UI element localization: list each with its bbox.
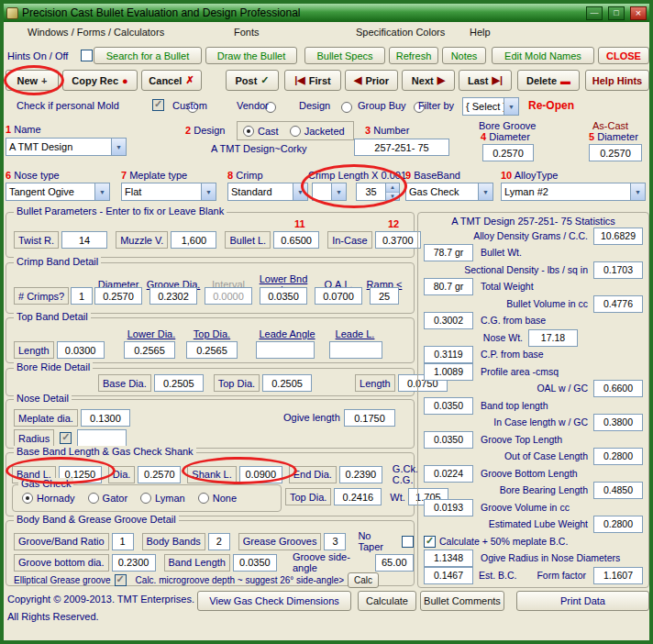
maximize-button[interactable]: □ [608, 6, 625, 20]
form-factor-field[interactable]: 1.1607 [593, 567, 643, 584]
refresh-button[interactable]: Refresh [389, 47, 438, 64]
profile-area-field[interactable]: 1.0089 [424, 363, 473, 381]
calc-microgroove-button[interactable]: Calc [348, 572, 379, 588]
top-band-length-field[interactable]: 0.0300 [57, 341, 105, 359]
crimp-length-spinner[interactable]: 35 ▲ ▼ [356, 183, 400, 201]
minimize-button[interactable]: — [586, 6, 603, 20]
menu-windows-forms-calculators[interactable]: Windows / Forms / Calculators [28, 27, 164, 38]
first-record-button[interactable]: |◀ First [284, 70, 341, 91]
bore-ride-top-field[interactable]: 0.2505 [262, 374, 312, 392]
groove-band-ratio-field[interactable]: 1 [112, 533, 134, 550]
draw-bullet-button[interactable]: Draw the Bullet [205, 47, 297, 64]
bullet-specs-button[interactable]: Bullet Specs [304, 47, 385, 64]
name-dropdown[interactable]: A TMT Design ▼ [6, 138, 127, 156]
crimp-dropdown[interactable]: Standard ▼ [227, 183, 308, 201]
as-cast-diameter-field[interactable]: 0.2570 [589, 144, 642, 161]
num-crimps-field[interactable]: 1 [71, 287, 93, 305]
leade-angle-field[interactable] [256, 341, 315, 359]
bullet-volume-field[interactable]: 0.4776 [593, 295, 643, 313]
cast-radio[interactable] [243, 126, 254, 137]
personal-mold-checkbox[interactable] [152, 99, 164, 111]
prior-record-button[interactable]: ◀ Prior [345, 70, 398, 91]
groove-bottom-dia-field[interactable]: 0.2300 [112, 554, 156, 572]
crimp-interval-field[interactable]: 0.0000 [205, 287, 252, 305]
menu-help[interactable]: Help [470, 27, 491, 38]
calc-meplate-checkbox[interactable] [424, 536, 436, 548]
bullet-comments-button[interactable]: Bullet Comments [420, 591, 504, 611]
alloy-type-dropdown[interactable]: Lyman #2 ▼ [501, 183, 646, 201]
baseband-dropdown[interactable]: Gas Check ▼ [405, 183, 493, 201]
filter-dropdown[interactable]: { Select } ▼ [462, 97, 519, 116]
new-record-button[interactable]: New + [6, 70, 59, 91]
copy-record-button[interactable]: Copy Rec ● [62, 70, 138, 91]
lube-weight-field[interactable]: 0.2800 [593, 516, 643, 533]
oal-gc-field[interactable]: 0.6600 [593, 380, 643, 397]
grease-grooves-field[interactable]: 3 [324, 533, 346, 550]
jacketed-radio[interactable] [290, 126, 301, 137]
bullet-length-field[interactable]: 0.6500 [273, 231, 319, 249]
leade-l-field[interactable] [329, 341, 382, 359]
top-band-top-dia-field[interactable]: 0.2565 [186, 341, 238, 359]
last-record-button[interactable]: Last ▶| [459, 70, 512, 91]
calculate-button[interactable]: Calculate [358, 591, 416, 611]
groove-top-length-field[interactable]: 0.0350 [424, 431, 473, 449]
bore-ride-base-field[interactable]: 0.2505 [154, 374, 204, 392]
ogive-radius-field[interactable]: 1.1348 [424, 550, 473, 567]
crimp-ramp-field[interactable]: 25 [370, 287, 399, 305]
elliptical-groove-checkbox[interactable] [115, 574, 127, 586]
view-gas-check-button[interactable]: View Gas Check Dimensions [197, 591, 351, 611]
radius-checkbox[interactable] [60, 432, 72, 444]
menu-fonts[interactable]: Fonts [234, 27, 260, 38]
groove-bottom-length-field[interactable]: 0.0224 [424, 465, 473, 483]
groove-side-angle-field[interactable]: 65.00 [375, 554, 414, 572]
gator-radio[interactable] [88, 493, 99, 504]
help-hints-button[interactable]: Help Hints [585, 70, 649, 91]
body-bands-field[interactable]: 2 [208, 533, 230, 550]
nose-weight-field[interactable]: 17.18 [528, 329, 578, 347]
band-dia-field[interactable]: 0.2570 [138, 466, 181, 483]
sectional-density-field[interactable]: 0.1703 [593, 261, 643, 279]
ogive-length-field[interactable]: 0.1750 [344, 409, 395, 427]
shank-length-field[interactable]: 0.0900 [239, 466, 282, 483]
search-bullet-button[interactable]: Search for a Bullet [94, 47, 202, 64]
twist-field[interactable]: 14 [61, 231, 107, 249]
top-band-lower-dia-field[interactable]: 0.2565 [124, 341, 175, 359]
crimp-oal-field[interactable]: 0.0700 [315, 287, 362, 305]
next-record-button[interactable]: Next ▶ [402, 70, 455, 91]
spinner-down-icon[interactable]: ▼ [386, 192, 399, 201]
spinner-up-icon[interactable]: ▲ [386, 183, 399, 192]
notes-button[interactable]: Notes [442, 47, 486, 64]
close-window-button[interactable]: × [630, 6, 647, 20]
cancel-button[interactable]: Cancel ✗ [141, 70, 202, 91]
meplate-dia-field[interactable]: 0.1300 [81, 409, 130, 427]
in-case-field[interactable]: 0.3700 [375, 231, 421, 249]
number-field[interactable]: 257-251- 75 [354, 139, 449, 156]
print-data-button[interactable]: Print Data [516, 591, 649, 611]
design-radio[interactable] [341, 102, 352, 113]
post-button[interactable]: Post ✓ [226, 70, 279, 91]
out-of-case-field[interactable]: 0.2800 [593, 448, 643, 465]
menu-specification-colors[interactable]: Specification Colors [356, 27, 445, 38]
meplate-type-dropdown[interactable]: Flat ▼ [121, 183, 216, 201]
none-radio[interactable] [198, 493, 209, 504]
delete-record-button[interactable]: Delete ▬ [517, 70, 580, 91]
band-top-length-field[interactable]: 0.0350 [424, 397, 473, 415]
est-bc-field[interactable]: 0.1467 [424, 567, 473, 584]
crimp-groove-dia-field[interactable]: 0.2302 [149, 287, 197, 305]
band-length2-field[interactable]: 0.0350 [233, 554, 277, 572]
bore-bearing-field[interactable]: 0.4850 [593, 482, 643, 499]
close-form-button[interactable]: CLOSE [598, 47, 649, 64]
total-weight-field[interactable]: 80.7 gr [424, 278, 473, 295]
edit-mold-names-button[interactable]: Edit Mold Names [492, 47, 594, 64]
hints-checkbox[interactable] [81, 50, 93, 61]
muzzle-velocity-field[interactable]: 1,600 [171, 231, 216, 249]
gc-top-dia-field[interactable]: 0.2416 [334, 488, 382, 505]
nose-type-dropdown[interactable]: Tangent Ogive ▼ [6, 183, 110, 201]
cg-field[interactable]: 0.3002 [424, 312, 473, 329]
bullet-weight-field[interactable]: 78.7 gr [424, 244, 473, 261]
alloy-density-field[interactable]: 10.6829 [593, 228, 643, 245]
hornady-radio[interactable] [22, 493, 33, 504]
crimp-length-dropdown[interactable]: ▼ [312, 183, 347, 201]
crimp-lower-band-field[interactable]: 0.0350 [260, 287, 307, 305]
bore-groove-diameter-field[interactable]: 0.2570 [482, 144, 534, 161]
